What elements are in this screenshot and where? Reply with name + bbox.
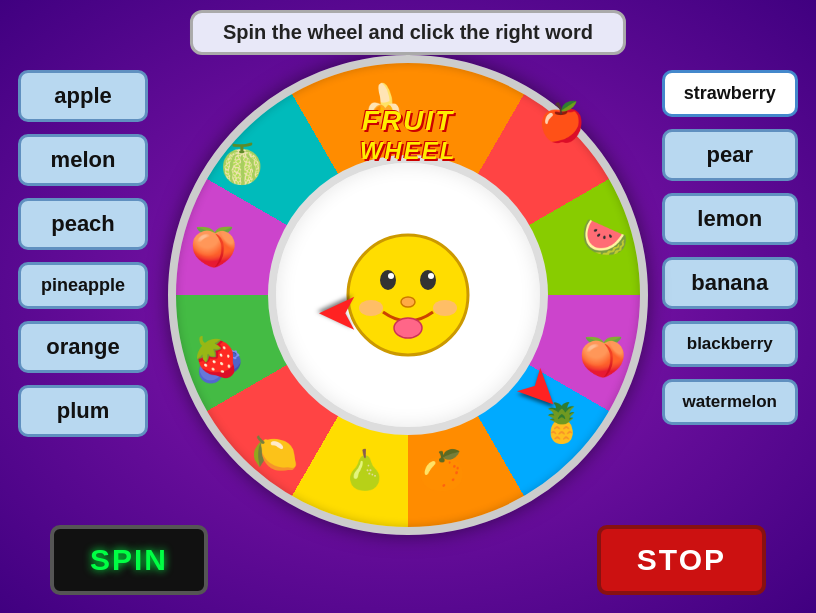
word-melon[interactable]: melon xyxy=(18,134,148,186)
word-apple[interactable]: apple xyxy=(18,70,148,122)
word-banana[interactable]: banana xyxy=(662,257,798,309)
instruction-header: Spin the wheel and click the right word xyxy=(190,10,626,55)
word-blackberry[interactable]: blackberry xyxy=(662,321,798,367)
fruit-plum: 🍑 xyxy=(190,228,237,266)
fruit-pear: 🍐 xyxy=(341,451,388,489)
svg-point-8 xyxy=(433,300,457,316)
fruit-watermelon: 🍉 xyxy=(581,218,628,256)
word-peach[interactable]: peach xyxy=(18,198,148,250)
fruit-lemon: 🍋 xyxy=(251,434,298,472)
word-watermelon[interactable]: watermelon xyxy=(662,379,798,425)
instruction-text: Spin the wheel and click the right word xyxy=(223,21,593,43)
wheel-title-line2: WHEEL xyxy=(360,137,457,165)
word-pineapple[interactable]: pineapple xyxy=(18,262,148,309)
word-pear[interactable]: pear xyxy=(662,129,798,181)
words-right-panel: strawberry pear lemon banana blackberry … xyxy=(662,70,798,425)
svg-point-1 xyxy=(380,270,396,290)
word-strawberry[interactable]: strawberry xyxy=(662,70,798,117)
stop-label: STOP xyxy=(637,543,726,576)
svg-point-4 xyxy=(428,273,434,279)
word-lemon[interactable]: lemon xyxy=(662,193,798,245)
svg-point-2 xyxy=(420,270,436,290)
word-orange[interactable]: orange xyxy=(18,321,148,373)
fruit-strawberry: 🍓 xyxy=(192,338,239,376)
fruit-orange: 🍊 xyxy=(418,451,465,489)
smiley-face xyxy=(343,230,473,360)
svg-point-6 xyxy=(394,318,422,338)
svg-point-5 xyxy=(401,297,415,307)
wheel-title: FRUIT WHEEL xyxy=(360,105,457,165)
arrow-left-icon: ➤ xyxy=(316,285,360,345)
words-left-panel: apple melon peach pineapple orange plum xyxy=(18,70,148,437)
fruit-apple: 🍎 xyxy=(538,103,585,141)
word-plum[interactable]: plum xyxy=(18,385,148,437)
fruit-melon: 🍈 xyxy=(218,145,265,183)
fruit-peach: 🍑 xyxy=(579,338,626,376)
spin-label: SPIN xyxy=(90,543,168,576)
stop-button[interactable]: STOP xyxy=(597,525,766,595)
wheel-container[interactable]: 🍌 🍎 🍉 🍑 🍍 🍊 🍐 🍋 🫐 🍓 🍑 🍈 xyxy=(168,55,648,535)
svg-point-7 xyxy=(359,300,383,316)
svg-point-3 xyxy=(388,273,394,279)
wheel-title-line1: FRUIT xyxy=(360,105,457,137)
spin-button[interactable]: SPIN xyxy=(50,525,208,595)
